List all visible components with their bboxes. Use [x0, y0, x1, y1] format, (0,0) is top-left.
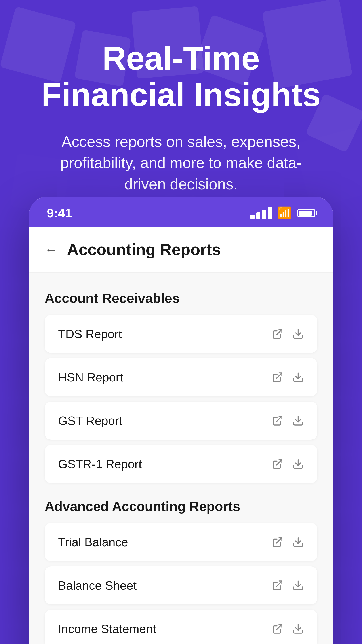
download-icon[interactable]: [292, 580, 304, 591]
svg-line-10: [277, 581, 282, 586]
phone-screen: 9:41 📶 ← Accounting Reports: [29, 197, 333, 644]
report-item-gstr1-actions: [272, 458, 304, 470]
report-item-tds-actions: [272, 328, 304, 340]
section-header-advanced-accounting: Advanced Accounting Reports: [45, 499, 317, 514]
report-item-hsn-actions: [272, 372, 304, 383]
external-link-icon[interactable]: [272, 623, 283, 634]
report-item-hsn-label: HSN Report: [58, 370, 123, 384]
back-button[interactable]: ←: [45, 242, 58, 258]
report-item-gst-actions: [272, 415, 304, 426]
report-item-tds-label: TDS Report: [58, 327, 122, 341]
report-item-income-statement[interactable]: Income Statement: [45, 610, 317, 644]
signal-icon: [251, 207, 272, 219]
svg-line-4: [277, 416, 282, 422]
report-item-trial-balance-label: Trial Balance: [58, 535, 128, 549]
report-item-balance-sheet-label: Balance Sheet: [58, 578, 137, 592]
battery-icon: [297, 209, 315, 217]
download-icon[interactable]: [292, 458, 304, 470]
status-time: 9:41: [47, 206, 72, 220]
external-link-icon[interactable]: [272, 372, 283, 383]
report-item-trial-balance-actions: [272, 536, 304, 548]
advanced-accounting-list: Trial Balance: [45, 523, 317, 644]
external-link-icon[interactable]: [272, 536, 283, 548]
download-icon[interactable]: [292, 372, 304, 383]
external-link-icon[interactable]: [272, 458, 283, 470]
hero-subtitle: Access reports on sales, expenses, profi…: [47, 131, 315, 195]
report-item-gstr1-label: GSTR-1 Report: [58, 457, 142, 471]
report-item-gst[interactable]: GST Report: [45, 402, 317, 440]
report-item-hsn[interactable]: HSN Report: [45, 358, 317, 396]
account-receivables-list: TDS Report: [45, 315, 317, 483]
hero-title: Real-Time Financial Insights: [27, 40, 335, 113]
svg-line-2: [277, 373, 282, 378]
hero-section: Real-Time Financial Insights Access repo…: [0, 0, 362, 195]
report-item-gstr1[interactable]: GSTR-1 Report: [45, 445, 317, 483]
status-icons: 📶: [251, 206, 315, 220]
svg-line-0: [277, 330, 282, 335]
external-link-icon[interactable]: [272, 580, 283, 591]
external-link-icon[interactable]: [272, 328, 283, 340]
app-header: ← Accounting Reports: [29, 227, 333, 272]
report-item-income-statement-label: Income Statement: [58, 622, 156, 636]
report-item-balance-sheet-actions: [272, 580, 304, 591]
section-header-account-receivables: Account Receivables: [45, 290, 317, 306]
svg-line-6: [277, 460, 282, 465]
download-icon[interactable]: [292, 415, 304, 426]
wifi-icon: 📶: [277, 206, 292, 220]
svg-line-8: [277, 538, 282, 543]
external-link-icon[interactable]: [272, 415, 283, 426]
download-icon[interactable]: [292, 536, 304, 548]
page-title: Accounting Reports: [67, 240, 221, 259]
phone-mockup: 9:41 📶 ← Accounting Reports: [29, 197, 333, 644]
content-area: Account Receivables TDS Report: [29, 272, 333, 644]
download-icon[interactable]: [292, 623, 304, 634]
report-item-tds[interactable]: TDS Report: [45, 315, 317, 353]
report-item-balance-sheet[interactable]: Balance Sheet: [45, 566, 317, 604]
report-item-trial-balance[interactable]: Trial Balance: [45, 523, 317, 561]
report-item-income-statement-actions: [272, 623, 304, 634]
app-content: ← Accounting Reports Account Receivables…: [29, 227, 333, 644]
report-item-gst-label: GST Report: [58, 414, 122, 428]
status-bar: 9:41 📶: [29, 197, 333, 227]
svg-line-12: [277, 624, 282, 630]
download-icon[interactable]: [292, 328, 304, 340]
